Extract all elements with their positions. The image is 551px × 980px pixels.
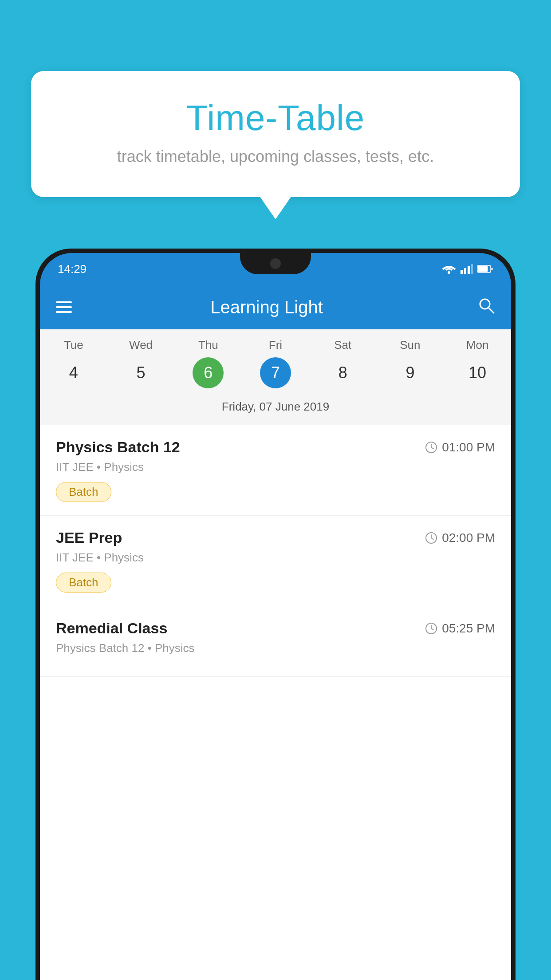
class-item-3[interactable]: Remedial Class 05:25 PM Physics Batch 12… xyxy=(40,606,511,677)
clock-icon-3 xyxy=(425,622,437,635)
class-meta-1: IIT JEE • Physics xyxy=(56,460,495,474)
class-item-1[interactable]: Physics Batch 12 01:00 PM IIT JEE • Phys… xyxy=(40,425,511,516)
svg-rect-2 xyxy=(464,268,466,274)
day-8[interactable]: 8 xyxy=(327,357,358,388)
day-thu: Thu xyxy=(174,338,242,352)
batch-badge-1: Batch xyxy=(56,482,111,502)
class-item-2-header: JEE Prep 02:00 PM xyxy=(56,529,495,546)
hamburger-icon[interactable] xyxy=(56,301,72,313)
day-fri: Fri xyxy=(242,338,309,352)
class-time-text-3: 05:25 PM xyxy=(442,621,495,636)
class-meta-3: Physics Batch 12 • Physics xyxy=(56,641,495,655)
batch-badge-2: Batch xyxy=(56,573,111,593)
svg-rect-4 xyxy=(471,264,473,274)
day-mon: Mon xyxy=(444,338,511,352)
speech-bubble-container: Time-Table track timetable, upcoming cla… xyxy=(31,71,520,197)
day-headers: Tue Wed Thu Fri Sat Sun Mon xyxy=(40,338,511,357)
day-6-today[interactable]: 6 xyxy=(193,357,224,388)
class-item-1-header: Physics Batch 12 01:00 PM xyxy=(56,439,495,456)
screen-content: Learning Light Tue Wed Thu Fri Sat Sun xyxy=(40,285,511,980)
class-item-2[interactable]: JEE Prep 02:00 PM IIT JEE • Physics Batc… xyxy=(40,516,511,606)
phone-inner: 14:29 xyxy=(40,253,511,980)
day-10[interactable]: 10 xyxy=(462,357,493,388)
class-time-3: 05:25 PM xyxy=(425,621,495,636)
day-4[interactable]: 4 xyxy=(58,357,89,388)
day-numbers: 4 5 6 7 8 9 10 xyxy=(40,357,511,395)
app-bar: Learning Light xyxy=(40,285,511,329)
status-bar: 14:29 xyxy=(40,253,511,285)
class-time-1: 01:00 PM xyxy=(425,440,495,454)
signal-icon xyxy=(460,264,473,274)
class-name-3: Remedial Class xyxy=(56,620,167,637)
app-title: Learning Light xyxy=(85,297,448,317)
calendar-strip: Tue Wed Thu Fri Sat Sun Mon 4 5 6 7 8 9 … xyxy=(40,329,511,425)
class-time-text-2: 02:00 PM xyxy=(442,531,495,545)
day-sat: Sat xyxy=(309,338,377,352)
classes-list: Physics Batch 12 01:00 PM IIT JEE • Phys… xyxy=(40,425,511,677)
class-name-2: JEE Prep xyxy=(56,529,122,546)
phone-frame: 14:29 xyxy=(35,249,516,980)
day-tue: Tue xyxy=(40,338,107,352)
wifi-icon xyxy=(442,264,456,274)
speech-bubble: Time-Table track timetable, upcoming cla… xyxy=(31,71,520,197)
class-meta-2: IIT JEE • Physics xyxy=(56,551,495,565)
battery-icon xyxy=(477,265,493,273)
svg-rect-6 xyxy=(478,266,488,272)
class-time-2: 02:00 PM xyxy=(425,531,495,545)
class-name-1: Physics Batch 12 xyxy=(56,439,180,456)
status-time: 14:29 xyxy=(58,262,87,276)
clock-icon-2 xyxy=(425,532,437,544)
status-icons xyxy=(442,264,493,274)
class-time-text-1: 01:00 PM xyxy=(442,440,495,454)
notch-camera xyxy=(270,258,281,269)
notch xyxy=(240,253,311,274)
day-9[interactable]: 9 xyxy=(394,357,425,388)
bubble-title: Time-Table xyxy=(67,98,484,138)
search-icon[interactable] xyxy=(477,296,495,318)
day-7-selected[interactable]: 7 xyxy=(260,357,291,388)
clock-icon-1 xyxy=(425,441,437,454)
day-wed: Wed xyxy=(107,338,175,352)
bubble-subtitle: track timetable, upcoming classes, tests… xyxy=(67,147,484,166)
svg-rect-7 xyxy=(491,268,493,270)
day-5[interactable]: 5 xyxy=(126,357,157,388)
day-sun: Sun xyxy=(377,338,444,352)
svg-point-0 xyxy=(448,271,450,274)
svg-rect-3 xyxy=(468,266,470,274)
selected-date-label: Friday, 07 June 2019 xyxy=(40,395,511,421)
class-item-3-header: Remedial Class 05:25 PM xyxy=(56,620,495,637)
svg-line-9 xyxy=(488,308,494,313)
svg-rect-1 xyxy=(460,270,463,274)
